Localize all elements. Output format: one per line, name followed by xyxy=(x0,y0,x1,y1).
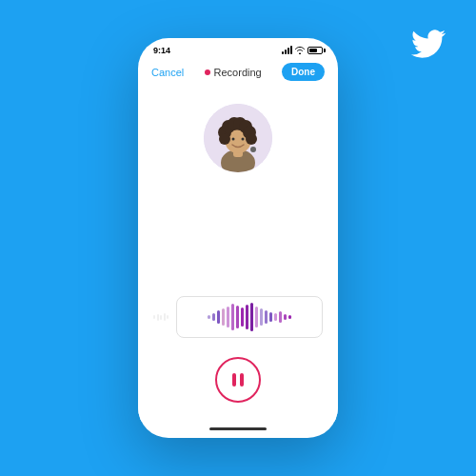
avatar-image xyxy=(204,104,272,172)
twitter-logo-icon xyxy=(411,27,446,61)
status-bar: 9:14 xyxy=(138,38,338,59)
recording-label: Recording xyxy=(214,67,262,78)
phone-content xyxy=(138,89,338,422)
recording-dot-icon xyxy=(205,69,210,75)
cancel-button[interactable]: Cancel xyxy=(151,67,184,78)
status-icons xyxy=(282,47,323,54)
svg-point-10 xyxy=(246,133,257,145)
svg-point-12 xyxy=(232,138,235,141)
battery-icon xyxy=(307,47,323,54)
svg-point-13 xyxy=(242,138,245,141)
home-indicator xyxy=(209,427,267,430)
recording-status: Recording xyxy=(205,67,262,78)
svg-point-11 xyxy=(219,133,230,145)
svg-point-14 xyxy=(250,147,256,152)
avatar xyxy=(204,104,272,172)
phone-frame: 9:14 Cancel xyxy=(138,38,338,438)
waveform-box xyxy=(176,296,323,338)
pause-bar-left xyxy=(232,373,236,387)
nav-bar: Cancel Recording Done xyxy=(138,59,338,89)
status-time: 9:14 xyxy=(153,46,170,55)
done-button[interactable]: Done xyxy=(282,63,325,81)
wifi-icon xyxy=(295,47,305,54)
pause-bar-right xyxy=(240,373,244,387)
waveform-bars xyxy=(208,302,291,332)
signal-bars-icon xyxy=(282,47,292,54)
pause-button[interactable] xyxy=(215,357,261,403)
waveform-inactive-bars xyxy=(153,313,169,321)
waveform-section xyxy=(149,296,327,338)
